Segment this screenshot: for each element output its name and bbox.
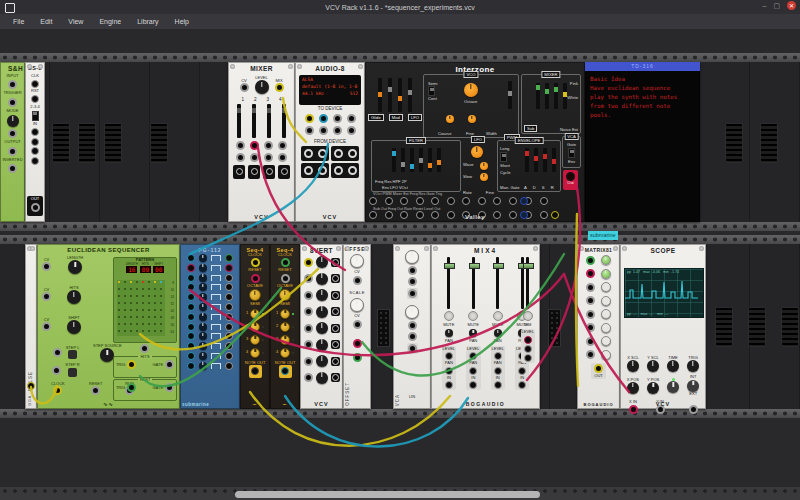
level-knob[interactable] bbox=[601, 350, 611, 360]
channel-fader[interactable] bbox=[447, 257, 450, 309]
in-port[interactable] bbox=[586, 337, 595, 346]
attenuverter-knob[interactable] bbox=[316, 273, 328, 285]
module-audio8[interactable]: AUDIO-8 ALSA default (1-8 in, 1-8 44.1 k… bbox=[295, 62, 365, 222]
y-pos-knob[interactable] bbox=[647, 382, 659, 394]
menu-help[interactable]: Help bbox=[168, 16, 196, 27]
jack[interactable] bbox=[400, 197, 408, 205]
pulse-out-port[interactable] bbox=[225, 254, 233, 262]
in-port[interactable] bbox=[31, 157, 39, 165]
attenuverter-knob[interactable] bbox=[316, 256, 328, 268]
level-knob[interactable] bbox=[601, 336, 611, 346]
slew-knob[interactable] bbox=[480, 173, 488, 181]
jack[interactable] bbox=[447, 197, 455, 205]
cv-port[interactable] bbox=[42, 292, 51, 301]
vca-out-port[interactable] bbox=[408, 344, 417, 353]
jack[interactable] bbox=[493, 197, 501, 205]
in-port[interactable] bbox=[586, 283, 595, 292]
trigger-in-port[interactable] bbox=[187, 274, 195, 282]
attenuverter-knob[interactable] bbox=[316, 372, 328, 384]
pattern-cv-port[interactable] bbox=[140, 344, 149, 353]
cv-port[interactable] bbox=[42, 322, 51, 331]
rst-port[interactable] bbox=[31, 95, 39, 103]
rest-trig-port[interactable] bbox=[127, 383, 136, 392]
octave-knob[interactable] bbox=[464, 83, 478, 97]
pulse-out-port[interactable] bbox=[225, 323, 233, 331]
in-port[interactable] bbox=[31, 147, 39, 155]
in-port[interactable] bbox=[31, 138, 39, 146]
trig-knob[interactable] bbox=[687, 360, 699, 372]
module-ss2[interactable]: SS-2 CLK RST 2-3-4 IN OUT bbox=[25, 62, 45, 222]
mix-level-port[interactable] bbox=[524, 336, 532, 344]
in-port[interactable] bbox=[304, 373, 313, 382]
trigger-in-port[interactable] bbox=[187, 332, 195, 340]
to-device-port[interactable] bbox=[333, 126, 342, 135]
cv-port[interactable] bbox=[278, 153, 287, 162]
width-knob[interactable] bbox=[199, 313, 207, 321]
jack[interactable] bbox=[431, 197, 439, 205]
minimize-button[interactable]: – bbox=[762, 2, 766, 9]
module-td316[interactable]: TD-316 Basic Idea Have euclidean sequenc… bbox=[585, 62, 700, 222]
clock-port[interactable] bbox=[281, 258, 290, 267]
module-8vert[interactable]: 8VERT bbox=[300, 244, 343, 409]
reset-port[interactable] bbox=[281, 274, 290, 283]
out-port[interactable] bbox=[331, 357, 340, 366]
pulse-out-port[interactable] bbox=[225, 352, 233, 360]
steps-switch[interactable] bbox=[32, 111, 39, 121]
out-port[interactable] bbox=[331, 307, 340, 316]
menu-file[interactable]: File bbox=[6, 16, 31, 27]
pan-knob[interactable] bbox=[445, 329, 453, 337]
in-port[interactable] bbox=[278, 141, 287, 150]
pulse-out-port[interactable] bbox=[225, 332, 233, 340]
clk-port[interactable] bbox=[31, 80, 39, 88]
mix-l-port[interactable] bbox=[524, 345, 532, 353]
module-interzone[interactable]: Interzone Glide Mod LFO VCO bbox=[365, 62, 585, 222]
scale-cv-port[interactable] bbox=[353, 320, 362, 329]
in-port[interactable] bbox=[304, 357, 313, 366]
attenuverter-knob[interactable] bbox=[316, 339, 328, 351]
level-knob[interactable] bbox=[601, 269, 611, 279]
pattern-led-matrix[interactable] bbox=[117, 280, 165, 336]
channel-fader[interactable] bbox=[237, 104, 241, 138]
inverted-port[interactable] bbox=[8, 164, 17, 173]
channel-out-port[interactable] bbox=[248, 165, 260, 179]
out-port[interactable] bbox=[331, 373, 340, 382]
module-mix4[interactable]: MIX4 MUTE PAN LEVEL PAN IN bbox=[431, 244, 540, 409]
audio-device-display[interactable]: ALSA default (1-8 in, 1-8 44.1 kHz 512 bbox=[299, 75, 361, 105]
hits-knob[interactable] bbox=[67, 290, 81, 304]
in-port[interactable] bbox=[250, 141, 259, 150]
channel-out-port[interactable] bbox=[233, 165, 245, 179]
notes-text[interactable]: Basic Idea Have euclidean sequence play … bbox=[585, 71, 700, 124]
trigger-in-port[interactable] bbox=[187, 342, 195, 350]
width-knob[interactable] bbox=[199, 303, 207, 311]
trigger-in-port[interactable] bbox=[187, 323, 195, 331]
fine-knob[interactable] bbox=[468, 115, 476, 123]
width-knob[interactable] bbox=[199, 352, 207, 360]
in-port[interactable] bbox=[304, 340, 313, 349]
semi-cont-switch[interactable] bbox=[428, 86, 435, 96]
note-knob[interactable] bbox=[250, 335, 260, 345]
in-port[interactable] bbox=[586, 350, 595, 359]
pulse-out-port[interactable] bbox=[225, 313, 233, 321]
module-euclidean-sequencer[interactable]: EUCLIDEAN SEQUENCER CV CV CV LENGTH HITS… bbox=[37, 244, 180, 409]
channel-fader[interactable] bbox=[252, 104, 256, 138]
attenuverter-knob[interactable] bbox=[316, 289, 328, 301]
in-port[interactable] bbox=[236, 141, 245, 150]
module-mixer[interactable]: MIXER CV LEVEL MIX 1 2 3 4 bbox=[228, 62, 295, 222]
attenuverter-knob[interactable] bbox=[316, 322, 328, 334]
note-knob[interactable] bbox=[250, 348, 260, 358]
cv-port[interactable] bbox=[250, 153, 259, 162]
reset-port[interactable] bbox=[251, 274, 260, 283]
pulse-out-port[interactable] bbox=[225, 303, 233, 311]
offset-knob[interactable] bbox=[350, 254, 364, 268]
step-l-button[interactable] bbox=[68, 350, 77, 359]
vca-in-port[interactable] bbox=[408, 332, 417, 341]
jack[interactable] bbox=[540, 197, 548, 205]
pulse-out-port[interactable] bbox=[225, 293, 233, 301]
module-seq4-b[interactable]: Seq-4 CLOCK RESET OCTAVE SEMI 1 2 3 4 NO… bbox=[270, 244, 300, 409]
lfo-rate-knob[interactable] bbox=[471, 146, 483, 158]
jack[interactable] bbox=[478, 197, 486, 205]
in-port[interactable] bbox=[586, 269, 595, 278]
trigger-in-port[interactable] bbox=[187, 352, 195, 360]
step-l-port[interactable] bbox=[53, 348, 62, 357]
scope-display[interactable]: pp 1.47 max -0.06 min -1.74 pp --- max -… bbox=[624, 268, 704, 318]
